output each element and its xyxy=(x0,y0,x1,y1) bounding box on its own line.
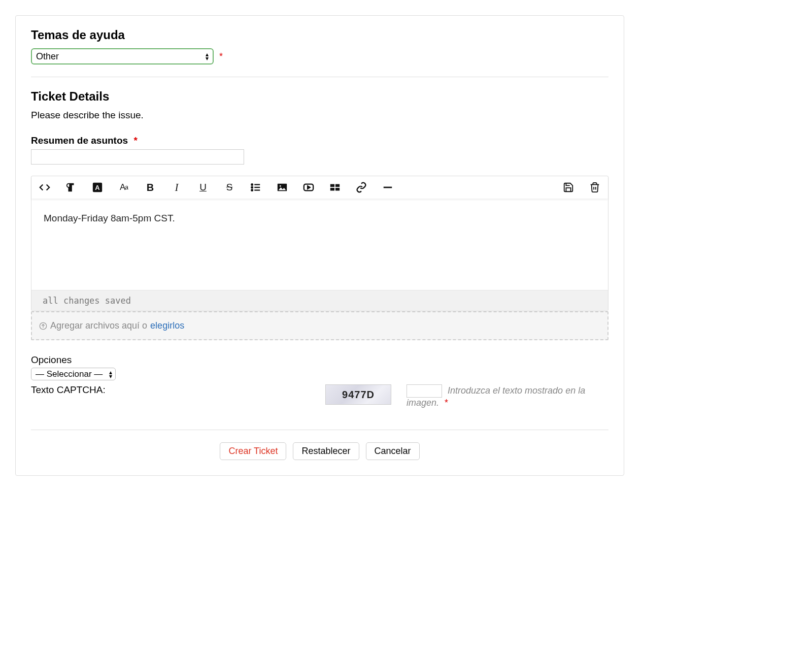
bold-icon[interactable]: B xyxy=(144,181,156,193)
help-topics-title: Temas de ayuda xyxy=(31,28,608,42)
summary-input[interactable] xyxy=(31,149,244,165)
choose-files-link[interactable]: elegirlos xyxy=(150,320,184,331)
horizontal-rule-icon[interactable] xyxy=(382,181,394,193)
create-ticket-button[interactable]: Crear Ticket xyxy=(220,442,286,460)
divider xyxy=(31,77,608,77)
underline-icon[interactable]: U xyxy=(197,181,209,193)
summary-label: Resumen de asuntos * xyxy=(31,135,608,146)
font-size-icon[interactable]: Aa xyxy=(118,181,130,193)
captcha-input[interactable] xyxy=(407,384,442,398)
svg-point-9 xyxy=(280,185,281,187)
cancel-button[interactable]: Cancelar xyxy=(366,442,420,460)
italic-icon[interactable]: I xyxy=(171,181,183,193)
svg-rect-13 xyxy=(335,184,340,187)
svg-point-5 xyxy=(251,184,253,185)
ticket-details-title: Ticket Details xyxy=(31,89,608,104)
reset-button[interactable]: Restablecer xyxy=(293,442,359,460)
form-actions: Crear Ticket Restablecer Cancelar xyxy=(31,442,608,460)
captcha-image: 9477D xyxy=(325,384,391,405)
ticket-form: Temas de ayuda Other ▴▾ * Ticket Details… xyxy=(15,15,624,476)
editor-content[interactable]: Monday-Friday 8am-5pm CST. xyxy=(31,199,608,290)
list-icon[interactable] xyxy=(250,181,262,193)
code-view-icon[interactable] xyxy=(39,181,51,193)
editor-toolbar: A Aa B I U S xyxy=(31,176,608,199)
svg-rect-15 xyxy=(335,188,340,191)
image-icon[interactable] xyxy=(276,181,288,193)
svg-text:A: A xyxy=(95,184,99,191)
dropzone-text: Agregar archivos aquí o xyxy=(50,320,147,331)
captcha-label: Texto CAPTCHA: xyxy=(31,384,325,396)
required-indicator: * xyxy=(219,51,223,61)
trash-icon[interactable] xyxy=(589,181,601,193)
svg-rect-14 xyxy=(330,188,334,191)
font-color-icon[interactable]: A xyxy=(91,181,104,193)
ticket-details-description: Please describe the issue. xyxy=(31,110,608,121)
upload-icon xyxy=(39,322,47,330)
options-select[interactable]: — Seleccionar — xyxy=(31,368,116,380)
save-icon[interactable] xyxy=(562,181,574,193)
svg-rect-12 xyxy=(330,184,334,187)
help-topic-select[interactable]: Other xyxy=(31,48,214,64)
options-label: Opciones xyxy=(31,354,608,366)
svg-point-6 xyxy=(251,187,253,188)
paragraph-icon[interactable] xyxy=(65,181,77,193)
link-icon[interactable] xyxy=(355,181,367,193)
strikethrough-icon[interactable]: S xyxy=(223,181,235,193)
svg-marker-11 xyxy=(308,186,310,189)
table-icon[interactable] xyxy=(329,181,341,193)
svg-point-7 xyxy=(251,189,253,191)
required-indicator: * xyxy=(133,135,137,146)
video-icon[interactable] xyxy=(302,181,315,193)
file-dropzone[interactable]: Agregar archivos aquí o elegirlos xyxy=(31,311,608,340)
divider xyxy=(31,430,608,430)
rich-text-editor: A Aa B I U S xyxy=(31,176,608,311)
editor-status: all changes saved xyxy=(31,290,608,311)
